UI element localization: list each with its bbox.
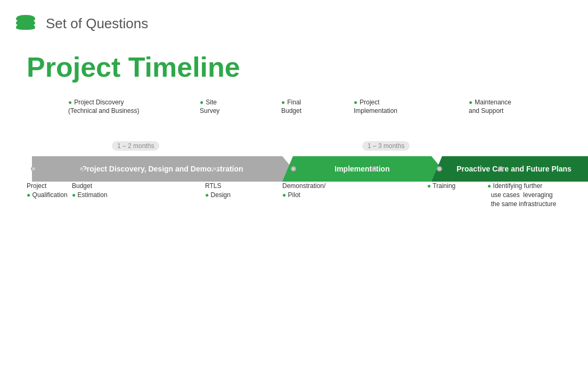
duration-badge-2: 1 – 3 months bbox=[362, 141, 410, 151]
timeline-bar-row: Project Discovery, Design and Demonstrat… bbox=[32, 156, 572, 182]
bar-discovery: Project Discovery, Design and Demonstrat… bbox=[32, 156, 293, 182]
page-title: Project Timeline bbox=[0, 47, 588, 99]
below-labels-row: Project ● Qualification Budget ● Estimat… bbox=[32, 182, 572, 230]
header-title: Set of Questions bbox=[46, 15, 148, 32]
logo-icon bbox=[13, 10, 38, 37]
timeline: ●Project Discovery(Technical and Busines… bbox=[11, 99, 577, 230]
bar-discovery-label: Project Discovery, Design and Demonstrat… bbox=[81, 165, 243, 173]
above-label-5: ●Maintenanceand Support bbox=[469, 99, 511, 115]
above-label-3: ●FinalBudget bbox=[281, 99, 301, 115]
below-label-identifying: ● Identifying further use cases leveragi… bbox=[487, 182, 556, 208]
above-label-4: ●ProjectImplementation bbox=[354, 99, 397, 115]
above-label-2: ●SiteSurvey bbox=[200, 99, 219, 115]
bar-implementation-label: Implementation bbox=[334, 165, 389, 173]
bar-proactive: Proactive Care and Future Plans bbox=[431, 156, 588, 182]
below-label-rtls: RTLS ● Design bbox=[205, 182, 231, 200]
below-label-demo: Demonstration/ ● Pilot bbox=[282, 182, 325, 200]
below-label-qualification: Project ● Qualification bbox=[27, 182, 68, 200]
below-label-training: ● Training bbox=[427, 182, 455, 191]
app-header: Set of Questions bbox=[0, 0, 588, 47]
bar-proactive-label: Proactive Care and Future Plans bbox=[456, 165, 571, 173]
duration-badge-1: 1 – 2 months bbox=[112, 141, 159, 151]
above-labels-row: ●Project Discovery(Technical and Busines… bbox=[32, 99, 572, 141]
bar-implementation: Implementation bbox=[282, 156, 442, 182]
above-label-1: ●Project Discovery(Technical and Busines… bbox=[68, 99, 139, 115]
below-label-budget: Budget ● Estimation bbox=[72, 182, 108, 200]
duration-row: 1 – 2 months 1 – 3 months bbox=[32, 141, 572, 156]
